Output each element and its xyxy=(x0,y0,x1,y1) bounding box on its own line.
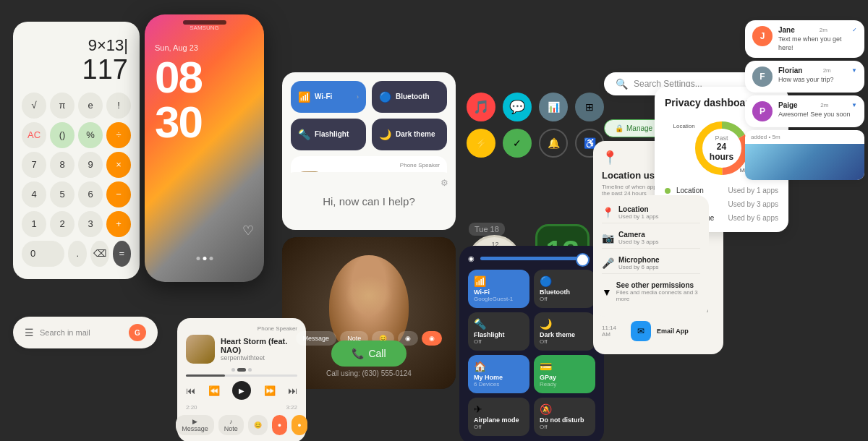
ld-location-info: Location Used by 1 apps xyxy=(618,205,700,220)
paige-action[interactable]: ▼ xyxy=(851,102,857,108)
calc-btn-sqrt[interactable]: √ xyxy=(22,93,46,119)
manage-perm-icon: 🔒 xyxy=(615,124,624,132)
ld-mic-info: Microphone Used by 6 apps xyxy=(618,256,700,270)
calc-btn-2[interactable]: 2 xyxy=(50,211,75,237)
qs-bluetooth-btn[interactable]: 🔵 Bluetooth xyxy=(372,81,447,113)
calc-btn-add[interactable]: + xyxy=(106,211,131,237)
qs-wifi-text: Wi-Fi xyxy=(315,93,332,101)
voice-assistant-widget: Hi, now can I help? ⚙ xyxy=(282,172,456,230)
notification-panel: J Jane 2m ✓ Text me when you get here! F… xyxy=(745,20,864,180)
calc-btn-4[interactable]: 4 xyxy=(22,181,46,207)
app-icon-stats[interactable]: 📊 xyxy=(539,93,568,121)
calc-btn-paren[interactable]: () xyxy=(50,122,75,148)
calc-btn-mul[interactable]: × xyxy=(106,152,131,178)
mc-artist: serpentwithteet xyxy=(221,354,297,361)
calc-buttons: √ π e ! AC () % ÷ 7 8 9 × 4 5 6 − 1 2 3 … xyxy=(22,93,131,267)
calc-btn-percent[interactable]: % xyxy=(78,122,103,148)
paige-body: Paige 2m ▼ Awesome! See you soon xyxy=(778,101,857,119)
mc-play-btn[interactable]: ▶ xyxy=(232,381,251,400)
paige-name: Paige xyxy=(778,101,798,109)
gmail-search-bar[interactable]: ☰ Search in mail G xyxy=(13,317,158,348)
ld-location: 📍 Location Used by 1 apps xyxy=(602,202,700,223)
mc-album-art xyxy=(186,335,215,364)
mc-prev-btn[interactable]: ⏮ xyxy=(186,385,195,396)
qs-darktheme-btn[interactable]: 🌙 Dark theme xyxy=(372,119,447,150)
mc-note-btn[interactable]: ♪ Note xyxy=(218,415,244,435)
mc-extra-actions: ▶ Message ♪ Note 😊 ● ● xyxy=(186,415,297,435)
message-btn[interactable]: Message xyxy=(296,331,337,346)
legend-location-label: Location xyxy=(676,187,723,194)
calc-btn-eq[interactable]: = xyxy=(113,241,132,267)
mc-message-btn[interactable]: ▶ Message xyxy=(176,415,214,435)
ld-camera: 📷 Camera Used by 3 apps xyxy=(602,228,700,249)
mc-next-btn[interactable]: ⏭ xyxy=(288,385,297,396)
mc-progress-bar[interactable] xyxy=(186,374,297,377)
qs-tile-wifi[interactable]: 📶 Wi-Fi GoogleGuest-1 xyxy=(468,270,529,308)
calc-btn-7[interactable]: 7 xyxy=(22,152,46,178)
va-text: Hi, now can I help? xyxy=(323,195,415,207)
calc-btn-e[interactable]: e xyxy=(78,93,103,119)
mc-emoji-btn[interactable]: 😊 xyxy=(248,415,268,435)
qs-large-header: ◉ xyxy=(468,254,595,262)
qs-flashlight-btn[interactable]: 🔦 Flashlight xyxy=(291,119,366,150)
calc-btn-8[interactable]: 8 xyxy=(50,152,75,178)
calc-btn-div[interactable]: ÷ xyxy=(106,122,131,148)
app-icon-music[interactable]: 🎵 xyxy=(467,93,495,121)
calc-btn-back[interactable]: ⌫ xyxy=(90,241,109,267)
calc-btn-6[interactable]: 6 xyxy=(78,181,103,207)
mc-controls: ⏮ ⏪ ▶ ⏩ ⏭ xyxy=(186,381,297,400)
qs-tile-home[interactable]: 🏠 My Home 6 Devices xyxy=(468,355,529,393)
orange-btn[interactable]: ◉ xyxy=(422,331,442,346)
qs-tile-dark[interactable]: 🌙 Dark theme Off xyxy=(534,312,595,351)
qs-dnd-icon: 🔕 xyxy=(540,403,590,415)
ld-mic-icon: 🎤 xyxy=(602,257,614,269)
qs-brightness-slider[interactable] xyxy=(480,257,590,260)
mc-content: Heart Storm (feat. NAO) serpentwithteet xyxy=(186,335,297,364)
mc-progress-fill xyxy=(186,374,225,377)
calc-btn-excl[interactable]: ! xyxy=(106,93,131,119)
qs-tile-flash[interactable]: 🔦 Flashlight Off xyxy=(468,312,529,351)
app-icon-flash[interactable]: ⚡ xyxy=(467,129,495,158)
calc-btn-ac[interactable]: AC xyxy=(22,122,46,148)
photo-notification: added • 5m xyxy=(745,130,864,180)
mc-circle-btn[interactable]: ● xyxy=(272,415,287,435)
app-icon-chat[interactable]: 💬 xyxy=(503,93,532,121)
location-dot xyxy=(665,188,671,194)
qs-tile-gpay[interactable]: 💳 GPay Ready xyxy=(534,355,595,393)
qs-tile-dnd[interactable]: 🔕 Do not disturb Off xyxy=(534,398,595,436)
qs-airplane-icon: ✈ xyxy=(474,403,524,415)
qs-row-1: 📶 Wi-Fi › 🔵 Bluetooth xyxy=(291,81,447,113)
dot-3 xyxy=(248,368,252,372)
florian-avatar: F xyxy=(752,67,773,87)
calc-btn-dot[interactable]: . xyxy=(68,241,87,267)
app-icon-bell[interactable]: 🔔 xyxy=(539,129,568,158)
call-button[interactable]: 📞 Call xyxy=(331,341,406,367)
jane-time: 2m xyxy=(820,27,827,33)
calc-btn-5[interactable]: 5 xyxy=(50,181,75,207)
florian-action[interactable]: ▼ xyxy=(851,67,857,74)
qs-tile-airplane[interactable]: ✈ Airplane mode Off xyxy=(468,398,529,436)
calc-btn-1[interactable]: 1 xyxy=(22,211,46,237)
ld-other-perms[interactable]: ▼ See other permissions Files and media … xyxy=(602,278,700,305)
mc-fwd-btn[interactable]: ⏩ xyxy=(264,385,276,396)
jane-name: Jane xyxy=(778,26,795,34)
app-icon-check[interactable]: ✓ xyxy=(503,129,532,158)
date-widget: Tue 18 xyxy=(469,223,505,236)
dot-1 xyxy=(231,368,235,372)
calc-btn-9[interactable]: 9 xyxy=(78,152,103,178)
calc-btn-pi[interactable]: π xyxy=(50,93,75,119)
calc-btn-0[interactable]: 0 xyxy=(22,241,64,267)
calc-btn-sub[interactable]: − xyxy=(106,181,131,207)
notif-florian: F Florian 2m ▼ How was your trip? xyxy=(745,61,864,93)
app-icon-grid[interactable]: ⊞ xyxy=(575,93,604,121)
qs-wifi-btn[interactable]: 📶 Wi-Fi › xyxy=(291,81,366,113)
wifi-icon: 📶 xyxy=(298,91,310,103)
mc-back-btn[interactable]: ⏪ xyxy=(208,385,220,396)
florian-name: Florian xyxy=(778,67,802,74)
ld-camera-icon: 📷 xyxy=(602,232,614,244)
calc-btn-3[interactable]: 3 xyxy=(78,211,103,237)
jane-action[interactable]: ✓ xyxy=(852,27,857,33)
mc-orange-btn[interactable]: ● xyxy=(292,415,307,435)
call-number: Call using: (630) 555-0124 xyxy=(326,369,412,377)
qs-tile-bt[interactable]: 🔵 Bluetooth Off xyxy=(534,270,595,308)
